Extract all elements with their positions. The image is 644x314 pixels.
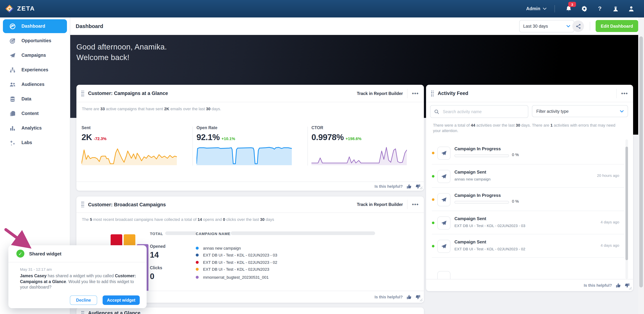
edit-dashboard-button[interactable]: Edit Dashboard	[596, 20, 638, 32]
people-icon	[10, 81, 16, 88]
admin-users-button[interactable]	[608, 3, 623, 14]
progress-bar	[454, 201, 509, 204]
settings-button[interactable]	[576, 3, 592, 14]
thumbs-up-icon[interactable]	[406, 184, 412, 189]
accept-widget-button[interactable]: Accept widget	[102, 296, 140, 305]
clicks-label: Clicks	[150, 266, 162, 270]
drag-handle-icon[interactable]	[82, 311, 84, 314]
activity-item[interactable]: Campaign In Progress 0 %	[426, 141, 624, 164]
stat-ctor: CTOR 0.9978% +198.6%	[312, 126, 362, 142]
legend-row: EXT DB UI - Test - KDL - 02JUN2023 - 02	[196, 260, 277, 264]
flow-tree-icon	[10, 67, 16, 73]
page-header: Dashboard Last 30 days Edit Dashboard	[70, 18, 644, 35]
progress-percent: 0 %	[512, 199, 519, 204]
campaign-header-pill	[231, 232, 375, 235]
notifications-button[interactable]: 3	[561, 3, 576, 14]
greeting-line2: Welcome back!	[76, 52, 167, 62]
resize-handle[interactable]	[628, 286, 632, 290]
decline-button[interactable]: Decline	[70, 296, 97, 305]
sidebar-item-label: Experiences	[22, 67, 48, 72]
header-divider	[616, 88, 617, 98]
activity-item[interactable]: Campaign In Progress 0 %	[426, 188, 624, 211]
helpful-label: Is this helpful?	[374, 184, 403, 188]
zeta-logo[interactable]: ZETA	[5, 4, 35, 13]
popup-timestamp: May 31 - 12:17 am	[20, 267, 52, 272]
activity-timestamp: 20 hours ago	[597, 173, 619, 178]
stat-value: 92.1%	[196, 132, 220, 142]
zeta-dashboard-app: ZETA Admin 3 ?	[0, 0, 644, 314]
database-icon	[10, 96, 16, 102]
drag-handle-icon[interactable]	[82, 90, 84, 96]
widget-header: Customer: Broadcast Campaigns Track in R…	[76, 196, 424, 213]
admin-menu-label: Admin	[526, 6, 540, 11]
status-dot	[432, 198, 434, 201]
status-dot	[432, 222, 434, 224]
paper-plane-icon	[441, 197, 447, 203]
sidebar-item-label: Data	[22, 96, 31, 102]
stat-open-rate: Open Rate 92.1% +10.1%	[196, 126, 235, 142]
resize-handle[interactable]	[419, 186, 423, 190]
stat-label: CTOR	[312, 126, 362, 130]
sidebar-item-labs[interactable]: Labs	[3, 136, 67, 150]
legend-campaign-name: annas new campaign	[203, 246, 241, 250]
legend-campaign-name: EXT DB UI - Test - KDL - 02JUN2023 - 03	[203, 253, 277, 257]
drag-handle-icon[interactable]	[431, 90, 434, 96]
sidebar-item-opportunities[interactable]: Opportunities	[3, 34, 67, 48]
zeta-diamond-icon	[5, 4, 14, 13]
sidebar-item-label: Content	[22, 111, 38, 116]
thumbs-up-icon[interactable]	[406, 294, 412, 300]
chevron-down-icon	[566, 25, 570, 27]
status-dot	[432, 245, 434, 248]
activity-item[interactable]: Campaign Sent annas new campaign 20 hour…	[426, 164, 624, 188]
sidebar-item-content[interactable]: Content	[3, 106, 67, 120]
drag-handle-icon[interactable]	[82, 202, 84, 208]
widget-menu-button[interactable]: •••	[621, 92, 628, 95]
activity-item[interactable]: Campaign Sent EXT DB UI - Test - KDL - 0…	[426, 234, 624, 258]
legend-row: EXT DB UI - Test - KDL - 02JUN2023 - 03	[196, 253, 277, 257]
widget-menu-button[interactable]: •••	[412, 92, 419, 95]
sparkline-open-rate	[196, 146, 295, 167]
sidebar-item-campaigns[interactable]: Campaigns	[3, 48, 67, 62]
stat-divider	[192, 126, 193, 166]
sidebar-item-audiences[interactable]: Audiences	[3, 78, 67, 91]
paper-plane-icon	[441, 244, 447, 249]
activity-summary: There were a total of 44 activities over…	[433, 122, 617, 133]
help-button[interactable]: ?	[592, 3, 608, 14]
paper-plane-icon	[441, 220, 447, 226]
widget-activity-feed: Activity Feed ••• Filter activity type T…	[426, 85, 633, 291]
activity-item[interactable]: Campaign Sent EXT DB UI - Test - KDL - 0…	[426, 211, 624, 234]
paper-plane-icon	[441, 150, 447, 156]
activity-search	[430, 105, 528, 118]
sidebar-item-data[interactable]: Data	[3, 92, 67, 106]
thumbs-up-icon[interactable]	[616, 282, 621, 288]
filter-activity-type-select[interactable]: Filter activity type	[532, 105, 628, 117]
campaign-icon-box	[437, 240, 450, 253]
page-scrollbar[interactable]	[638, 18, 644, 314]
popup-title: Shared widget	[29, 251, 62, 256]
track-in-report-builder-link[interactable]: Track in Report Builder	[357, 202, 403, 207]
stat-label: Open Rate	[196, 126, 235, 130]
widget-subtitle: There are 33 active campaigns that have …	[82, 106, 221, 111]
search-input[interactable]	[442, 109, 528, 114]
activity-scrollbar[interactable]	[626, 139, 628, 279]
profile-button[interactable]	[623, 3, 639, 14]
legend-dot	[196, 268, 199, 271]
date-range-value: Last 30 days	[523, 24, 548, 29]
widget-title: Activity Feed	[438, 90, 468, 96]
legend-dot	[196, 254, 199, 256]
share-dashboard-button[interactable]	[572, 20, 584, 32]
sidebar-item-dashboard[interactable]: Dashboard	[3, 19, 67, 33]
sparkline-sent	[82, 146, 180, 167]
track-in-report-builder-link[interactable]: Track in Report Builder	[357, 91, 403, 96]
check-circle-icon: ✓	[16, 250, 24, 258]
question-icon: ?	[598, 6, 602, 12]
activity-list: Campaign In Progress 0 % Campaign Sent a…	[426, 139, 630, 279]
admin-menu[interactable]: Admin	[526, 6, 554, 11]
paper-plane-icon	[441, 174, 447, 180]
sidebar-item-experiences[interactable]: Experiences	[3, 63, 67, 77]
progress-bar	[454, 154, 509, 157]
sidebar-item-analytics[interactable]: Analytics	[3, 121, 67, 135]
widget-menu-button[interactable]: •••	[412, 203, 419, 206]
date-range-select[interactable]: Last 30 days	[519, 20, 574, 32]
resize-handle[interactable]	[419, 298, 423, 302]
